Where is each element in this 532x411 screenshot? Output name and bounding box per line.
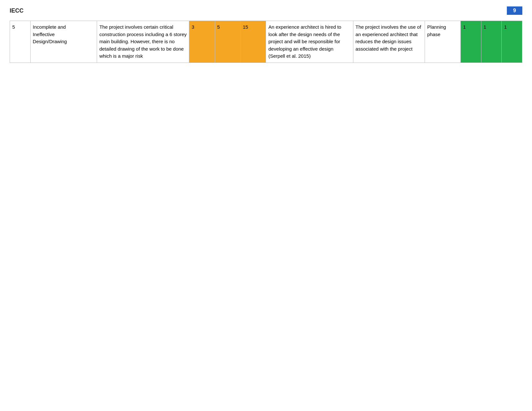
col3-value: 1: [504, 24, 507, 30]
description-text: The project involves certain critical co…: [99, 24, 188, 59]
responsible-text: The project involves the use of an exper…: [356, 24, 423, 52]
page-header: IECC 9: [10, 6, 522, 15]
risk-title: Incomplete and Ineffective Design/Drawin…: [33, 24, 67, 44]
probability-value: 3: [192, 24, 194, 30]
cell-col1: 1: [461, 21, 481, 63]
cell-mitigation: An experience architect is hired to look…: [266, 21, 353, 63]
impact-value: 5: [217, 24, 220, 30]
cell-risk: Incomplete and Ineffective Design/Drawin…: [30, 21, 97, 63]
cell-responsible: The project involves the use of an exper…: [353, 21, 425, 63]
cell-phase: Planning phase: [425, 21, 461, 63]
col1-value: 1: [463, 24, 466, 30]
cell-col3: 1: [502, 21, 522, 63]
risk-table: 5 Incomplete and Ineffective Design/Draw…: [10, 21, 522, 63]
cell-col2: 1: [481, 21, 502, 63]
cell-num: 5: [10, 21, 31, 63]
phase-text: Planning phase: [427, 24, 448, 37]
cell-impact: 5: [215, 21, 240, 63]
logo: IECC: [10, 7, 24, 14]
page-number: 9: [507, 6, 522, 15]
row-number: 5: [12, 24, 15, 30]
col2-value: 1: [484, 24, 486, 30]
risk-score-value: 15: [243, 24, 248, 30]
cell-description: The project involves certain critical co…: [97, 21, 189, 63]
cell-risk-score: 15: [241, 21, 266, 63]
mitigation-text: An experience architect is hired to look…: [268, 24, 342, 59]
cell-probability: 3: [189, 21, 215, 63]
table-row: 5 Incomplete and Ineffective Design/Draw…: [10, 21, 522, 63]
